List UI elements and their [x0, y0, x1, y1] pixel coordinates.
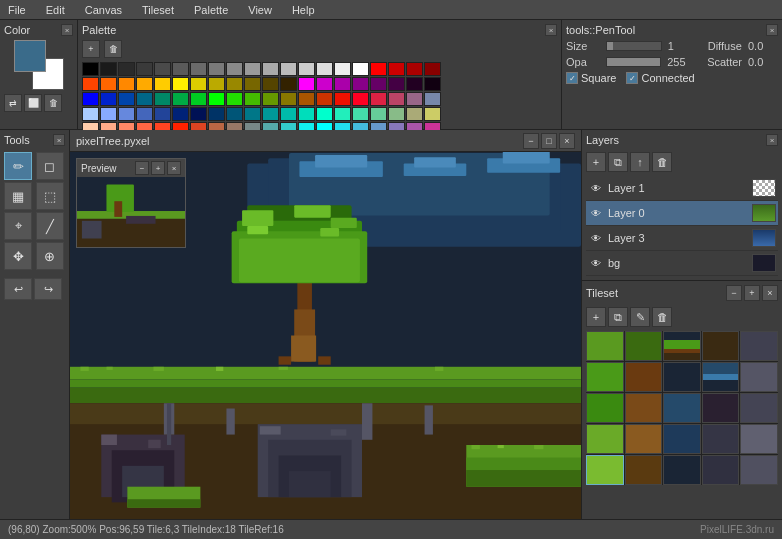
palette-color-9[interactable] — [244, 62, 261, 76]
palette-color-13[interactable] — [316, 62, 333, 76]
palette-color-16[interactable] — [370, 62, 387, 76]
palette-color-70[interactable] — [262, 107, 279, 121]
move-layer-up-button[interactable]: ↑ — [630, 152, 650, 172]
palette-color-45[interactable] — [172, 92, 189, 106]
palette-color-34[interactable] — [334, 77, 351, 91]
palette-color-38[interactable] — [406, 77, 423, 91]
palette-color-28[interactable] — [226, 77, 243, 91]
palette-delete-button[interactable]: 🗑 — [104, 40, 122, 58]
palette-color-8[interactable] — [226, 62, 243, 76]
opa-slider[interactable] — [606, 57, 661, 67]
menu-item-tileset[interactable]: Tileset — [138, 2, 178, 18]
palette-color-20[interactable] — [82, 77, 99, 91]
palette-color-27[interactable] — [208, 77, 225, 91]
palette-color-65[interactable] — [172, 107, 189, 121]
palette-color-3[interactable] — [136, 62, 153, 76]
preview-maximize-button[interactable]: + — [151, 161, 165, 175]
layer-1-visibility-toggle[interactable]: 👁 — [588, 180, 604, 196]
palette-color-1[interactable] — [100, 62, 117, 76]
palette-color-11[interactable] — [280, 62, 297, 76]
palette-color-57[interactable] — [388, 92, 405, 106]
palette-color-77[interactable] — [388, 107, 405, 121]
palette-color-18[interactable] — [406, 62, 423, 76]
tileset-cell-17[interactable] — [663, 424, 701, 454]
layers-close-button[interactable]: × — [766, 134, 778, 146]
palette-color-51[interactable] — [280, 92, 297, 106]
eyedropper-tool[interactable]: ⌖ — [4, 212, 32, 240]
palette-color-17[interactable] — [388, 62, 405, 76]
menu-item-file[interactable]: File — [4, 2, 30, 18]
delete-layer-button[interactable]: 🗑 — [652, 152, 672, 172]
palette-color-72[interactable] — [298, 107, 315, 121]
palette-color-63[interactable] — [136, 107, 153, 121]
palette-color-23[interactable] — [136, 77, 153, 91]
tileset-cell-24[interactable] — [740, 455, 778, 485]
palette-color-22[interactable] — [118, 77, 135, 91]
palette-color-67[interactable] — [208, 107, 225, 121]
palette-color-10[interactable] — [262, 62, 279, 76]
tileset-cell-21[interactable] — [625, 455, 663, 485]
tileset-cell-9[interactable] — [740, 362, 778, 392]
fg-color-swatch[interactable] — [14, 40, 46, 72]
palette-color-24[interactable] — [154, 77, 171, 91]
menu-item-edit[interactable]: Edit — [42, 2, 69, 18]
palette-color-39[interactable] — [424, 77, 441, 91]
tileset-cell-12[interactable] — [663, 393, 701, 423]
palette-color-36[interactable] — [370, 77, 387, 91]
palette-color-69[interactable] — [244, 107, 261, 121]
color-panel-close[interactable]: × — [61, 24, 73, 36]
tileset-cell-4[interactable] — [740, 331, 778, 361]
layer-row-3[interactable]: 👁 Layer 3 — [586, 226, 778, 251]
tileset-cell-5[interactable] — [586, 362, 624, 392]
undo-button[interactable]: ↩ — [4, 278, 32, 300]
palette-color-49[interactable] — [244, 92, 261, 106]
palette-color-21[interactable] — [100, 77, 117, 91]
tileset-delete-tile-button[interactable]: 🗑 — [652, 307, 672, 327]
swap-colors-button[interactable]: ⇄ — [4, 94, 22, 112]
palette-color-66[interactable] — [190, 107, 207, 121]
palette-panel-close[interactable]: × — [545, 24, 557, 36]
palette-color-40[interactable] — [82, 92, 99, 106]
layer-row-bg[interactable]: 👁 bg — [586, 251, 778, 276]
tileset-cell-18[interactable] — [702, 424, 740, 454]
palette-color-2[interactable] — [118, 62, 135, 76]
menu-item-palette[interactable]: Palette — [190, 2, 232, 18]
palette-color-12[interactable] — [298, 62, 315, 76]
tileset-cell-20[interactable] — [586, 455, 624, 485]
tileset-minimize-button[interactable]: − — [726, 285, 742, 301]
palette-color-64[interactable] — [154, 107, 171, 121]
palette-color-19[interactable] — [424, 62, 441, 76]
palette-color-44[interactable] — [154, 92, 171, 106]
palette-color-74[interactable] — [334, 107, 351, 121]
palette-color-5[interactable] — [172, 62, 189, 76]
canvas-close-button[interactable]: × — [559, 133, 575, 149]
palette-color-14[interactable] — [334, 62, 351, 76]
palette-color-61[interactable] — [100, 107, 117, 121]
palette-color-76[interactable] — [370, 107, 387, 121]
move-tool[interactable]: ✥ — [4, 242, 32, 270]
tileset-close-button[interactable]: × — [762, 285, 778, 301]
palette-color-47[interactable] — [208, 92, 225, 106]
pen-tool[interactable]: ✏ — [4, 152, 32, 180]
palette-color-73[interactable] — [316, 107, 333, 121]
square-checkbox[interactable]: ✓ — [566, 72, 578, 84]
palette-color-7[interactable] — [208, 62, 225, 76]
palette-color-4[interactable] — [154, 62, 171, 76]
palette-color-25[interactable] — [172, 77, 189, 91]
palette-color-48[interactable] — [226, 92, 243, 106]
layer-0-visibility-toggle[interactable]: 👁 — [588, 205, 604, 221]
tileset-cell-tree[interactable] — [663, 331, 701, 361]
canvas-content[interactable]: Preview − + × — [70, 152, 581, 519]
palette-color-29[interactable] — [244, 77, 261, 91]
palette-color-0[interactable] — [82, 62, 99, 76]
canvas-minimize-button[interactable]: − — [523, 133, 539, 149]
palette-color-62[interactable] — [118, 107, 135, 121]
fill-tool[interactable]: ▦ — [4, 182, 32, 210]
canvas-maximize-button[interactable]: □ — [541, 133, 557, 149]
palette-color-58[interactable] — [406, 92, 423, 106]
palette-color-43[interactable] — [136, 92, 153, 106]
tileset-cell-0[interactable] — [586, 331, 624, 361]
menu-item-help[interactable]: Help — [288, 2, 319, 18]
palette-color-42[interactable] — [118, 92, 135, 106]
layer-bg-visibility-toggle[interactable]: 👁 — [588, 255, 604, 271]
